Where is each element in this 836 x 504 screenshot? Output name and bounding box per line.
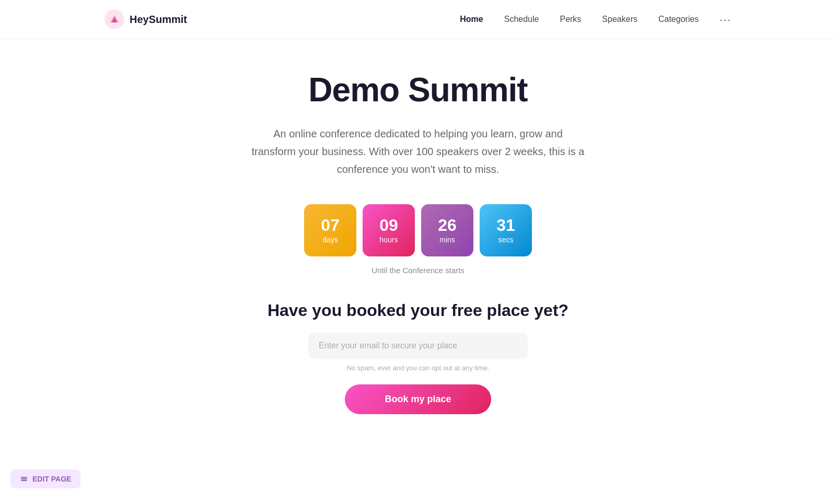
countdown-container: 07 days 09 hours 26 mins 31 secs — [304, 204, 532, 256]
countdown-days-value: 07 — [321, 217, 340, 233]
nav-item-perks[interactable]: Perks — [560, 15, 581, 24]
svg-rect-0 — [21, 480, 27, 481]
logo-icon — [104, 9, 124, 29]
no-spam-text: No spam, ever and you can opt out at any… — [346, 364, 489, 372]
nav-link-speakers[interactable]: Speakers — [602, 15, 637, 24]
countdown-hours-label: hours — [379, 236, 398, 244]
nav-item-categories[interactable]: Categories — [658, 15, 699, 24]
nav-link-schedule[interactable]: Schedule — [504, 15, 539, 24]
edit-page-button[interactable]: EDIT PAGE — [10, 470, 80, 488]
countdown-mins-value: 26 — [438, 217, 457, 233]
page-description: An online conference dedicated to helpin… — [251, 125, 585, 178]
countdown-secs: 31 secs — [480, 204, 532, 256]
logo-area[interactable]: HeySummit — [104, 9, 187, 29]
layers-icon — [20, 475, 28, 483]
countdown-hours: 09 hours — [363, 204, 415, 256]
countdown-hours-value: 09 — [379, 217, 398, 233]
logo-text: HeySummit — [130, 14, 187, 26]
main-content: Demo Summit An online conference dedicat… — [0, 39, 836, 435]
nav-link-categories[interactable]: Categories — [658, 15, 699, 24]
countdown-caption: Until the Conference starts — [371, 266, 465, 275]
nav-item-more[interactable]: ··· — [719, 14, 732, 26]
more-icon[interactable]: ··· — [719, 14, 732, 25]
nav-item-home[interactable]: Home — [460, 15, 483, 24]
navbar: HeySummit Home Schedule Perks Speakers C… — [0, 0, 836, 39]
nav-link-perks[interactable]: Perks — [560, 15, 581, 24]
nav-link-home[interactable]: Home — [460, 15, 483, 24]
countdown-secs-value: 31 — [496, 217, 515, 233]
svg-rect-2 — [21, 477, 27, 478]
book-button[interactable]: Book my place — [345, 384, 491, 414]
email-input[interactable] — [308, 333, 528, 359]
nav-item-schedule[interactable]: Schedule — [504, 15, 539, 24]
countdown-secs-label: secs — [498, 236, 514, 244]
nav-item-speakers[interactable]: Speakers — [602, 15, 637, 24]
edit-page-label: EDIT PAGE — [32, 475, 71, 483]
countdown-mins-label: mins — [439, 236, 455, 244]
booking-title: Have you booked your free place yet? — [268, 301, 568, 320]
nav-links: Home Schedule Perks Speakers Categories … — [460, 14, 732, 26]
svg-rect-1 — [21, 478, 27, 479]
page-title: Demo Summit — [308, 71, 527, 109]
countdown-days: 07 days — [304, 204, 356, 256]
countdown-days-label: days — [322, 236, 338, 244]
countdown-mins: 26 mins — [421, 204, 473, 256]
